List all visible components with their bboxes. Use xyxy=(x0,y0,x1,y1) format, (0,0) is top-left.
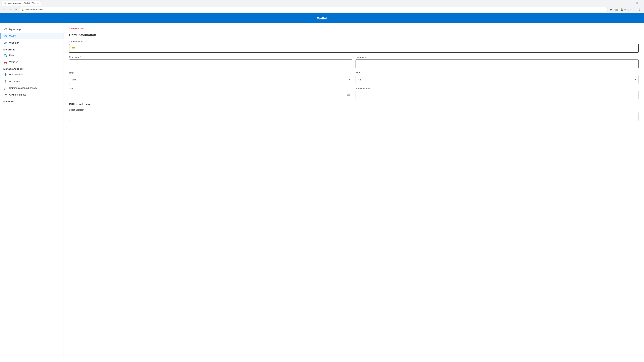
addresses-icon: 📍 xyxy=(4,80,7,83)
maximize-button[interactable]: ❐ xyxy=(635,1,638,4)
communications-icon: 💬 xyxy=(4,86,7,90)
sidebar-savings-label: My savings xyxy=(9,28,21,31)
sidebar-item-walmart-plus[interactable]: w+ Walmart+ xyxy=(0,39,64,46)
giving-icon: ❤ xyxy=(4,93,7,96)
required-asterisk: * xyxy=(69,27,70,30)
sidebar-vehicles-label: Vehicles xyxy=(9,61,18,63)
incognito-button[interactable]: 🕵 Incognito (2) xyxy=(620,8,636,11)
yy-group: YY * YY 202420252026 2027202820292030 ▾ xyxy=(356,71,639,84)
sidebar-communications-label: Communications & privacy xyxy=(9,87,37,89)
sidebar: 🏷 My savings 🗂 Wallet w+ Walmart+ My pro… xyxy=(0,23,64,357)
address-bar[interactable]: 🔒 walmart.com/wallet xyxy=(19,7,608,12)
sidebar-section-my-profile: My profile xyxy=(0,46,64,52)
page-header: ‹ Wallet xyxy=(0,13,644,23)
section-title-card-info: Card information xyxy=(69,33,639,37)
forward-button[interactable]: → xyxy=(8,7,12,12)
more-options-button[interactable]: ⋮ xyxy=(637,7,642,12)
active-tab[interactable]: 🛒 Manage Account - Wallet - Wa... × xyxy=(2,1,41,5)
card-number-input[interactable] xyxy=(77,44,636,52)
tab-close-button[interactable]: × xyxy=(37,2,38,4)
sidebar-walmart-plus-label: Walmart+ xyxy=(9,41,19,44)
bookmark-button[interactable]: ★ xyxy=(609,7,614,12)
lock-icon: 🔒 xyxy=(21,8,24,11)
card-number-group: Card number * 💳 xyxy=(69,40,639,53)
pets-icon: 🐾 xyxy=(4,54,7,57)
street-address-input[interactable] xyxy=(69,112,639,121)
name-row: First name * Last name * xyxy=(69,56,639,71)
billing-section-title: Billing address xyxy=(69,103,639,106)
incognito-label: Incognito (2) xyxy=(624,8,635,11)
sidebar-item-wallet[interactable]: 🗂 Wallet xyxy=(0,33,64,39)
close-button[interactable]: ✕ xyxy=(639,1,642,4)
required-note: * Required field xyxy=(69,27,639,30)
street-address-group: Street address* xyxy=(69,109,639,121)
walmart-plus-icon: w+ xyxy=(4,41,7,44)
cvv-info-icon[interactable]: ⓘ xyxy=(347,93,350,97)
sidebar-item-personal-info[interactable]: 👤 Personal info xyxy=(0,71,64,78)
sidebar-item-vehicles[interactable]: 🚗 Vehicles xyxy=(0,59,64,65)
cvv-group: CVV * ⓘ xyxy=(69,87,352,99)
sidebar-section-manage-account: Manage Account xyxy=(0,65,64,71)
last-name-group: Last name * xyxy=(356,56,639,68)
phone-label: Phone number* xyxy=(356,87,639,90)
sidebar-item-my-savings[interactable]: 🏷 My savings xyxy=(0,26,64,33)
cvv-input-wrapper: ⓘ xyxy=(69,91,352,99)
cvv-phone-row: CVV * ⓘ Phone number* xyxy=(69,87,639,103)
card-number-input-wrapper[interactable]: 💳 xyxy=(69,44,639,53)
minimize-button[interactable]: — xyxy=(632,1,634,4)
phone-group: Phone number* xyxy=(356,87,639,99)
page-body: 🏷 My savings 🗂 Wallet w+ Walmart+ My pro… xyxy=(0,23,644,357)
incognito-icon: 🕵 xyxy=(621,8,623,11)
sidebar-item-pets[interactable]: 🐾 Pets xyxy=(0,52,64,59)
sidebar-item-communications[interactable]: 💬 Communications & privacy xyxy=(0,85,64,91)
expiry-row: MM * MM 010203 040506 070809 101112 ▾ YY… xyxy=(69,71,639,87)
sidebar-item-giving[interactable]: ❤ Giving & impact xyxy=(0,91,64,98)
first-name-label: First name * xyxy=(69,56,352,58)
header-back-button[interactable]: ‹ xyxy=(3,15,9,21)
savings-icon: 🏷 xyxy=(4,28,7,31)
personal-info-icon: 👤 xyxy=(4,73,7,76)
new-tab-button[interactable]: + xyxy=(42,1,46,5)
wallet-icon: 🗂 xyxy=(4,34,7,38)
reload-button[interactable]: ↻ xyxy=(14,7,18,12)
cvv-input[interactable] xyxy=(69,91,352,99)
sidebar-giving-label: Giving & impact xyxy=(9,93,26,96)
last-name-label: Last name * xyxy=(356,56,639,58)
window-controls: — ❐ ✕ xyxy=(632,1,642,4)
browser-chrome: 🛒 Manage Account - Wallet - Wa... × + — … xyxy=(0,0,644,13)
required-text: Required field xyxy=(70,27,84,30)
sidebar-wallet-label: Wallet xyxy=(9,35,16,37)
vehicles-icon: 🚗 xyxy=(4,60,7,64)
url-text: walmart.com/wallet xyxy=(25,8,44,11)
yy-select-wrapper: YY 202420252026 2027202820292030 ▾ xyxy=(356,75,639,84)
mm-select-wrapper: MM 010203 040506 070809 101112 ▾ xyxy=(69,75,352,84)
sidebar-pets-label: Pets xyxy=(9,54,14,57)
card-number-label: Card number * xyxy=(69,40,639,43)
mm-group: MM * MM 010203 040506 070809 101112 ▾ xyxy=(69,71,352,84)
browser-nav: ← → ↻ 🔒 walmart.com/wallet ★ ◫ 🕵 Incogni… xyxy=(0,6,644,13)
last-name-input[interactable] xyxy=(356,59,639,68)
sidebar-section-my-items: My items xyxy=(0,98,64,104)
street-address-label: Street address* xyxy=(69,109,639,111)
sidebar-item-addresses[interactable]: 📍 Addresses xyxy=(0,78,64,85)
cvv-label: CVV * xyxy=(69,87,352,90)
page-title: Wallet xyxy=(9,16,635,20)
back-button[interactable]: ← xyxy=(2,7,7,12)
tab-favicon: 🛒 xyxy=(4,2,6,4)
yy-select[interactable]: YY 202420252026 2027202820292030 xyxy=(356,75,639,84)
tab-title: Manage Account - Wallet - Wa... xyxy=(8,2,36,4)
sidebar-personal-info-label: Personal info xyxy=(9,73,23,76)
yy-label: YY * xyxy=(356,71,639,74)
phone-input[interactable] xyxy=(356,91,639,99)
first-name-input[interactable] xyxy=(69,59,352,68)
credit-card-icon: 💳 xyxy=(72,46,76,50)
browser-actions: ★ ◫ 🕵 Incognito (2) ⋮ xyxy=(609,7,642,12)
mm-select[interactable]: MM 010203 040506 070809 101112 xyxy=(69,75,352,84)
main-content: * Required field Card information Card n… xyxy=(64,23,644,357)
first-name-group: First name * xyxy=(69,56,352,68)
split-view-button[interactable]: ◫ xyxy=(614,7,619,12)
mm-label: MM * xyxy=(69,71,352,74)
sidebar-addresses-label: Addresses xyxy=(9,80,20,83)
browser-titlebar: 🛒 Manage Account - Wallet - Wa... × + — … xyxy=(0,0,644,6)
